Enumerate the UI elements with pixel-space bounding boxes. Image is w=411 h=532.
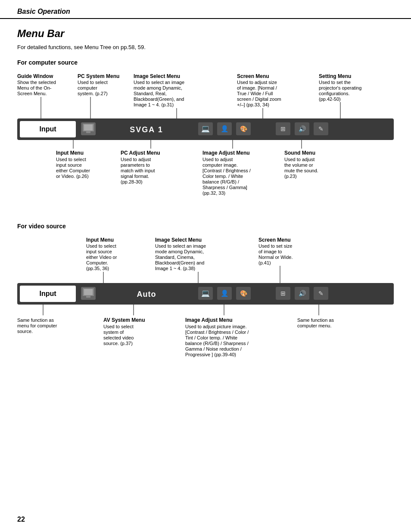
- svg-text:(pp.28-30): (pp.28-30): [121, 179, 143, 184]
- svg-text:(pp.35, 36): (pp.35, 36): [86, 266, 109, 271]
- svg-text:Used to adjust: Used to adjust: [202, 157, 233, 162]
- svg-text:Input: Input: [39, 290, 56, 297]
- computer-source-section: For computer source Guide Window Show th…: [17, 59, 394, 218]
- svg-rect-104: [86, 296, 90, 298]
- svg-text:Used to select: Used to select: [103, 324, 134, 329]
- svg-text:computer menu.: computer menu.: [297, 323, 331, 328]
- svg-text:Menu of the On-: Menu of the On-: [17, 85, 52, 90]
- svg-text:Image Adjust Menu: Image Adjust Menu: [185, 317, 233, 323]
- svg-text:the volume or: the volume or: [284, 162, 313, 168]
- svg-text:🎨: 🎨: [240, 125, 248, 133]
- svg-text:source.  (p.37): source. (p.37): [103, 341, 133, 346]
- svg-text:of image to: of image to: [258, 249, 282, 254]
- svg-text:Screen Menu.: Screen Menu.: [17, 91, 47, 96]
- svg-text:system.  (p.27): system. (p.27): [78, 91, 108, 96]
- svg-rect-35: [84, 124, 93, 131]
- svg-text:Computer.: Computer.: [86, 260, 108, 265]
- page-header: Basic Operation: [0, 0, 411, 19]
- page-number: 22: [17, 516, 25, 523]
- svg-text:🎨: 🎨: [240, 290, 248, 297]
- svg-text:Used to set the: Used to set the: [319, 80, 351, 85]
- svg-text:menu for computer: menu for computer: [17, 323, 57, 328]
- svg-text:Progressive ]  (pp.39-40): Progressive ] (pp.39-40): [185, 352, 236, 357]
- svg-text:balance (R/G/B) / Sharpness /: balance (R/G/B) / Sharpness /: [185, 341, 249, 346]
- svg-text:👤: 👤: [221, 125, 229, 133]
- svg-text:input source: input source: [56, 162, 82, 168]
- svg-text:Input: Input: [39, 125, 56, 133]
- svg-text:PC System Menu: PC System Menu: [78, 73, 119, 79]
- subtitle: For detailed functions, see Menu Tree on…: [17, 44, 394, 50]
- svg-text:of image.  [Normal /: of image. [Normal /: [237, 85, 277, 90]
- svg-text:match with input: match with input: [121, 168, 155, 173]
- svg-text:computer image.: computer image.: [202, 162, 238, 168]
- svg-text:either Computer: either Computer: [56, 168, 90, 173]
- svg-text:computer: computer: [78, 85, 97, 90]
- svg-text:Setting Menu: Setting Menu: [319, 73, 351, 79]
- svg-text:Same function as: Same function as: [297, 317, 334, 323]
- svg-text:Auto: Auto: [137, 290, 156, 299]
- svg-text:[Contrast / Brightness / Color: [Contrast / Brightness / Color /: [185, 330, 249, 335]
- svg-text:or Video.  (p.26): or Video. (p.26): [56, 174, 89, 179]
- svg-text:AV System Menu: AV System Menu: [103, 317, 145, 323]
- svg-text:🔊: 🔊: [299, 290, 306, 297]
- svg-text:Screen Menu: Screen Menu: [237, 73, 269, 79]
- svg-text:[Contrast / Brightness /: [Contrast / Brightness /: [202, 168, 251, 173]
- svg-text:(pp.32, 33): (pp.32, 33): [202, 190, 225, 196]
- svg-text:Image Select Menu: Image Select Menu: [155, 237, 202, 243]
- svg-text:Tint / Color temp. / White: Tint / Color temp. / White: [185, 335, 237, 340]
- svg-text:Color temp. / White: Color temp. / White: [202, 174, 243, 179]
- svg-text:🔊: 🔊: [299, 125, 306, 133]
- svg-text:Used to set size: Used to set size: [258, 243, 292, 249]
- svg-rect-103: [84, 289, 93, 295]
- svg-text:signal format.: signal format.: [121, 174, 149, 179]
- svg-text:⊞: ⊞: [280, 125, 286, 132]
- svg-text:Blackboard(Green), and: Blackboard(Green), and: [134, 96, 184, 102]
- svg-text:Image 1 ~ 4.  (p.38): Image 1 ~ 4. (p.38): [155, 266, 195, 271]
- svg-text:SVGA 1: SVGA 1: [130, 125, 163, 134]
- svg-text:Image Adjust Menu: Image Adjust Menu: [202, 150, 250, 156]
- svg-text:Used to adjust size: Used to adjust size: [237, 80, 277, 85]
- svg-text:system of: system of: [103, 330, 124, 335]
- svg-text:(pp.42-50): (pp.42-50): [319, 96, 341, 102]
- svg-text:source.: source.: [17, 329, 33, 334]
- svg-text:Standard, Real,: Standard, Real,: [134, 91, 166, 96]
- svg-text:Image Select Menu: Image Select Menu: [134, 73, 180, 79]
- svg-text:💻: 💻: [201, 289, 210, 297]
- computer-diagram: Guide Window Show the selected Menu of t…: [17, 72, 394, 218]
- svg-text:either Video or: either Video or: [86, 255, 117, 260]
- svg-text:Normal or Wide.: Normal or Wide.: [258, 255, 293, 260]
- svg-text:Used to adjust: Used to adjust: [121, 157, 151, 162]
- header-title: Basic Operation: [17, 8, 70, 15]
- svg-text:Used to adjust: Used to adjust: [284, 157, 314, 162]
- svg-text:⊞: ⊞: [280, 290, 286, 297]
- svg-text:configurations.: configurations.: [319, 91, 350, 96]
- svg-text:Used to select: Used to select: [78, 80, 108, 85]
- svg-text:balance (R/G/B) /: balance (R/G/B) /: [202, 179, 240, 184]
- svg-text:Blackboard(Green) and: Blackboard(Green) and: [155, 260, 204, 265]
- svg-text:Used to select an image: Used to select an image: [155, 243, 206, 249]
- svg-text:Same function as: Same function as: [17, 317, 54, 323]
- svg-text:Sharpness / Gamma]: Sharpness / Gamma]: [202, 185, 247, 190]
- page-title: Menu Bar: [17, 28, 394, 40]
- svg-text:Used to adjust picture image.: Used to adjust picture image.: [185, 324, 246, 329]
- svg-text:✎: ✎: [318, 125, 324, 132]
- svg-text:Show the selected: Show the selected: [17, 80, 56, 85]
- svg-text:mute the sound.: mute the sound.: [284, 168, 318, 173]
- svg-rect-36: [86, 131, 90, 133]
- svg-text:👤: 👤: [221, 289, 229, 297]
- svg-text:Input Menu: Input Menu: [56, 150, 84, 156]
- svg-text:Input Menu: Input Menu: [86, 237, 114, 243]
- video-section-header: For video source: [17, 223, 394, 230]
- svg-text:+/–]  (pp.33, 34): +/–] (pp.33, 34): [237, 102, 269, 107]
- svg-text:projector's operating: projector's operating: [319, 85, 361, 90]
- svg-text:Standard, Cinema,: Standard, Cinema,: [155, 255, 195, 260]
- svg-text:Sound Menu: Sound Menu: [284, 150, 315, 156]
- svg-text:Image 1 ~ 4.  (p.31): Image 1 ~ 4. (p.31): [134, 102, 174, 107]
- svg-text:selected video: selected video: [103, 335, 134, 340]
- svg-text:Guide Window: Guide Window: [17, 73, 53, 79]
- svg-text:Screen Menu: Screen Menu: [258, 237, 291, 243]
- svg-text:Used to select: Used to select: [86, 243, 116, 249]
- computer-section-header: For computer source: [17, 59, 394, 66]
- svg-text:Used to select an image: Used to select an image: [134, 80, 184, 85]
- svg-text:(p.41): (p.41): [258, 260, 271, 265]
